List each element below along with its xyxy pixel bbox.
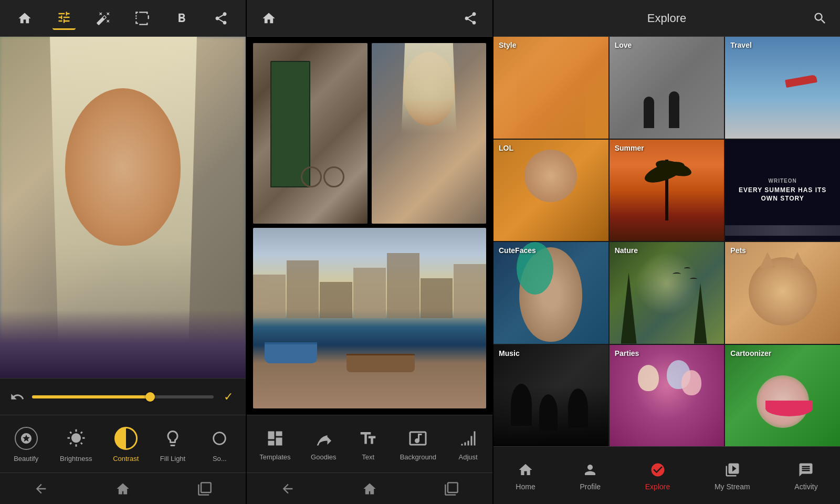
cutefaces-label: CuteFaces xyxy=(499,246,536,255)
editor-toolbar xyxy=(0,0,246,37)
collage-share-icon[interactable] xyxy=(459,7,482,30)
collage-recents-button[interactable] xyxy=(438,476,465,502)
templates-tool[interactable]: Templates xyxy=(255,427,295,461)
lol-label: LOL xyxy=(499,144,513,152)
text-label: Text xyxy=(362,453,374,461)
collage-grid xyxy=(247,37,492,415)
collage-home-button[interactable] xyxy=(356,476,383,502)
collage-cell-boats[interactable] xyxy=(253,228,486,408)
profile-nav-label: Profile xyxy=(580,482,601,491)
share-icon[interactable] xyxy=(209,7,233,30)
cartoonizer-bg xyxy=(725,345,840,447)
collage-back-button[interactable] xyxy=(275,476,301,502)
explore-grid: Style Love Travel xyxy=(494,37,840,446)
nav-explore[interactable]: Explore xyxy=(640,460,675,491)
travel-label: Travel xyxy=(730,41,751,49)
collage-home-icon[interactable] xyxy=(257,7,280,30)
explore-cell-cutefaces[interactable]: CuteFaces xyxy=(494,242,608,344)
soften-tool[interactable]: So... xyxy=(202,425,237,463)
explore-cell-pets[interactable]: Pets xyxy=(725,242,840,344)
soften-icon xyxy=(206,425,233,452)
contrast-label: Contrast xyxy=(113,455,139,463)
summer-label: Summer xyxy=(615,144,644,152)
cutefaces-bg xyxy=(494,242,608,344)
undo-button[interactable] xyxy=(8,387,27,406)
home-nav-label: Home xyxy=(516,482,535,491)
slider-bar: ✓ xyxy=(0,378,246,415)
explore-title: Explore xyxy=(523,12,811,25)
bold-b-icon[interactable] xyxy=(170,7,193,30)
slider-track xyxy=(32,395,150,398)
explore-cell-cartoonizer[interactable]: Cartoonizer xyxy=(725,345,840,447)
panel-editor: ✓ Beautify Brightness xyxy=(0,0,247,504)
home-button[interactable] xyxy=(110,476,136,502)
travel-bg xyxy=(725,37,840,139)
back-button[interactable] xyxy=(28,476,54,502)
explore-header: Explore xyxy=(494,0,840,37)
collage-cell-bicycle[interactable] xyxy=(253,43,368,224)
home-icon[interactable] xyxy=(13,7,36,30)
contrast-tool[interactable]: Contrast xyxy=(109,425,143,463)
goodies-tool[interactable]: Goodies xyxy=(307,427,340,461)
wand-icon[interactable] xyxy=(92,7,115,30)
collage-cell-girl[interactable] xyxy=(372,43,486,224)
lol-bg xyxy=(494,140,608,242)
summer-bg xyxy=(610,140,724,242)
style-bg xyxy=(494,37,608,139)
beautify-tool[interactable]: Beautify xyxy=(9,425,44,463)
adjust-coll-icon xyxy=(457,427,480,450)
collage-tools: Templates Goodies Text xyxy=(247,415,492,472)
text-tool[interactable]: Text xyxy=(352,427,384,461)
goodies-label: Goodies xyxy=(311,453,336,461)
brightness-tool[interactable]: Brightness xyxy=(56,425,96,463)
templates-label: Templates xyxy=(259,453,290,461)
filllight-label: Fill Light xyxy=(160,455,185,463)
goodies-icon xyxy=(312,427,335,450)
nature-label: Nature xyxy=(615,246,638,255)
panel-explore: Explore Style Love xyxy=(494,0,840,504)
adjust-label: Adjust xyxy=(459,453,478,461)
confirm-button[interactable]: ✓ xyxy=(219,387,238,406)
search-button[interactable] xyxy=(811,9,830,28)
nav-activity[interactable]: Activity xyxy=(789,460,823,491)
explore-nav: Home Profile Explore xyxy=(494,446,840,504)
background-icon xyxy=(406,427,429,450)
explore-cell-style[interactable]: Style xyxy=(494,37,608,139)
frame-icon[interactable] xyxy=(131,7,154,30)
beautify-label: Beautify xyxy=(14,455,38,463)
love-label: Love xyxy=(615,41,632,49)
explore-cell-love[interactable]: Love xyxy=(610,37,724,139)
slider-thumb[interactable] xyxy=(145,392,155,402)
explore-cell-writeon[interactable]: WriteOn EVERY SUMMER HAS ITS OWN STORY xyxy=(725,140,840,242)
nature-bg xyxy=(610,242,724,344)
brightness-label: Brightness xyxy=(60,455,92,463)
collage-nav-bar xyxy=(247,472,492,504)
profile-nav-icon xyxy=(581,460,600,479)
templates-icon xyxy=(264,427,287,450)
explore-nav-icon xyxy=(648,460,667,479)
background-tool[interactable]: Background xyxy=(396,427,440,461)
brightness-icon xyxy=(63,425,89,452)
nav-mystream[interactable]: My Stream xyxy=(709,460,755,491)
main-photo xyxy=(0,37,246,378)
explore-cell-parties[interactable]: Parties xyxy=(610,345,724,447)
explore-cell-travel[interactable]: Travel xyxy=(725,37,840,139)
nav-profile[interactable]: Profile xyxy=(574,460,606,491)
writeon-bg: WriteOn EVERY SUMMER HAS ITS OWN STORY xyxy=(725,140,840,242)
beautify-icon xyxy=(13,425,39,452)
mystream-nav-label: My Stream xyxy=(715,482,750,491)
activity-nav-label: Activity xyxy=(794,482,817,491)
explore-cell-nature[interactable]: Nature xyxy=(610,242,724,344)
adjust-icon[interactable] xyxy=(52,7,76,30)
explore-cell-music[interactable]: Music xyxy=(494,345,608,447)
text-icon xyxy=(356,427,380,450)
filllight-tool[interactable]: Fill Light xyxy=(155,425,190,463)
nav-home[interactable]: Home xyxy=(510,460,540,491)
adjust-tool[interactable]: Adjust xyxy=(453,427,484,461)
style-label: Style xyxy=(499,41,516,49)
recents-button[interactable] xyxy=(192,476,218,502)
parties-label: Parties xyxy=(615,349,639,358)
brightness-slider[interactable] xyxy=(32,395,214,398)
explore-cell-lol[interactable]: LOL xyxy=(494,140,608,242)
explore-cell-summer[interactable]: Summer xyxy=(610,140,724,242)
